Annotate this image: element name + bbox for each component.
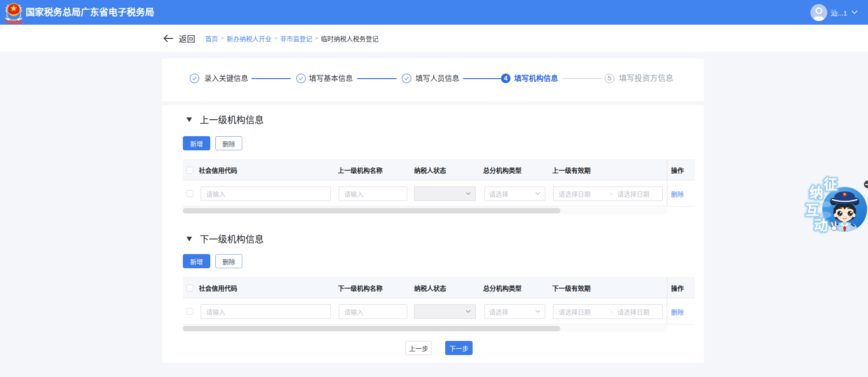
svg-text:动: 动 bbox=[814, 218, 828, 233]
svg-text:互: 互 bbox=[805, 202, 819, 218]
svg-text:纳: 纳 bbox=[809, 185, 823, 200]
svg-text:中国税务: 中国税务 bbox=[5, 19, 23, 25]
svg-text:征: 征 bbox=[824, 177, 837, 192]
